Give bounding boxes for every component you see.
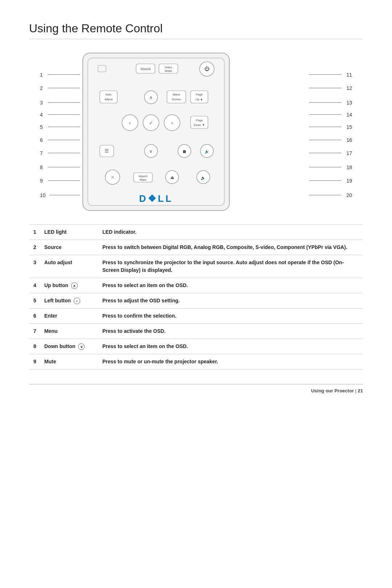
feature-description: Press to activate the OSD. bbox=[98, 324, 363, 339]
description-table: 1LED lightLED indicator.2SourcePress to … bbox=[29, 224, 363, 369]
svg-text:Video: Video bbox=[165, 66, 172, 69]
line-6 bbox=[48, 140, 80, 140]
svg-text:Up ▲: Up ▲ bbox=[196, 98, 203, 101]
svg-text:‹: ‹ bbox=[129, 120, 131, 126]
svg-text:D❖LL: D❖LL bbox=[139, 193, 173, 204]
row-number: 5 bbox=[29, 293, 40, 309]
svg-text:∧: ∧ bbox=[149, 95, 153, 100]
svg-text:Auto: Auto bbox=[106, 93, 112, 96]
feature-description: LED indicator. bbox=[98, 225, 363, 240]
feature-description: Press to adjust the OSD setting. bbox=[98, 293, 363, 309]
label-9: 9 bbox=[40, 178, 43, 184]
svg-text:🔉: 🔉 bbox=[201, 175, 206, 180]
label-5: 5 bbox=[40, 124, 43, 130]
line-2 bbox=[48, 88, 80, 88]
table-row: 6EnterPress to confirm the selection. bbox=[29, 309, 363, 324]
label-15: 15 bbox=[346, 124, 352, 130]
row-number: 9 bbox=[29, 354, 40, 369]
table-row: 9MutePress to mute or un-mute the projec… bbox=[29, 354, 363, 369]
feature-name: LED light bbox=[40, 225, 98, 240]
line-19 bbox=[309, 180, 341, 181]
table-row: 8Down button ∨Press to select an item on… bbox=[29, 339, 363, 354]
line-13 bbox=[309, 102, 341, 103]
remote-body: Source Video Mode ⏻ Auto Adjust ∧ bbox=[80, 50, 232, 213]
svg-text:🔊: 🔊 bbox=[205, 149, 209, 154]
table-row: 5Left button ‹Press to adjust the OSD se… bbox=[29, 293, 363, 309]
label-8: 8 bbox=[40, 164, 43, 170]
page-footer: Using our Proector | 21 bbox=[29, 384, 363, 393]
button-icon: ∨ bbox=[78, 343, 85, 350]
table-row: 3Auto adjustPress to synchronize the pro… bbox=[29, 255, 363, 278]
svg-text:∨: ∨ bbox=[149, 148, 153, 154]
table-row: 4Up button ∧Press to select an item on t… bbox=[29, 278, 363, 293]
table-row: 7MenuPress to activate the OSD. bbox=[29, 324, 363, 339]
line-1 bbox=[48, 74, 80, 75]
feature-description: Press to confirm the selection. bbox=[98, 309, 363, 324]
line-3 bbox=[48, 102, 80, 103]
svg-text:☰: ☰ bbox=[105, 148, 109, 154]
label-7: 7 bbox=[40, 150, 43, 156]
feature-name: Source bbox=[40, 240, 98, 255]
label-19: 19 bbox=[346, 178, 352, 184]
feature-name: Menu bbox=[40, 324, 98, 339]
line-16 bbox=[309, 140, 341, 140]
row-number: 4 bbox=[29, 278, 40, 293]
feature-name: Down button ∨ bbox=[40, 339, 98, 354]
label-10: 10 bbox=[40, 192, 46, 198]
svg-text:✕: ✕ bbox=[111, 175, 115, 180]
label-12: 12 bbox=[346, 85, 352, 91]
button-icon: ∧ bbox=[71, 282, 78, 289]
label-18: 18 bbox=[346, 164, 352, 170]
svg-text:Aspect: Aspect bbox=[139, 175, 148, 178]
svg-text:⏻: ⏻ bbox=[204, 66, 209, 72]
table-row: 2SourcePress to switch between Digital R… bbox=[29, 240, 363, 255]
line-9 bbox=[48, 180, 80, 181]
label-2: 2 bbox=[40, 85, 43, 91]
footer-label: Using our Proector | 21 bbox=[311, 388, 363, 393]
svg-text:⏏: ⏏ bbox=[170, 175, 174, 180]
remote-diagram: 1 2 3 4 5 6 7 8 9 10 bbox=[40, 50, 352, 213]
line-18 bbox=[309, 167, 341, 167]
row-number: 2 bbox=[29, 240, 40, 255]
svg-text:Mode: Mode bbox=[165, 69, 172, 73]
row-number: 8 bbox=[29, 339, 40, 354]
svg-text:✓: ✓ bbox=[149, 120, 153, 126]
feature-name: Up button ∧ bbox=[40, 278, 98, 293]
label-3: 3 bbox=[40, 100, 43, 106]
diagram-area: 1 2 3 4 5 6 7 8 9 10 bbox=[29, 50, 363, 213]
label-6: 6 bbox=[40, 137, 43, 143]
row-number: 3 bbox=[29, 255, 40, 278]
line-17 bbox=[309, 153, 341, 153]
feature-description: Press to switch between Digital RGB, Ana… bbox=[98, 240, 363, 255]
line-4 bbox=[48, 114, 80, 115]
line-10 bbox=[49, 195, 80, 195]
svg-text:›: › bbox=[171, 120, 173, 126]
label-16: 16 bbox=[346, 137, 352, 143]
row-number: 1 bbox=[29, 225, 40, 240]
line-11 bbox=[309, 74, 341, 75]
svg-text:◼: ◼ bbox=[183, 149, 186, 154]
feature-name: Mute bbox=[40, 354, 98, 369]
line-12 bbox=[309, 88, 341, 88]
feature-description: Press to mute or un-mute the projector s… bbox=[98, 354, 363, 369]
feature-name: Enter bbox=[40, 309, 98, 324]
svg-text:Ratio: Ratio bbox=[140, 178, 147, 181]
svg-text:Page: Page bbox=[196, 93, 203, 96]
svg-text:Screen: Screen bbox=[172, 98, 181, 101]
svg-text:Adjust: Adjust bbox=[105, 98, 113, 101]
svg-text:Blank: Blank bbox=[173, 93, 180, 96]
svg-text:Page: Page bbox=[196, 119, 203, 122]
feature-description: Press to synchronize the projector to th… bbox=[98, 255, 363, 278]
feature-description: Press to select an item on the OSD. bbox=[98, 278, 363, 293]
table-row: 1LED lightLED indicator. bbox=[29, 225, 363, 240]
row-number: 6 bbox=[29, 309, 40, 324]
label-20: 20 bbox=[346, 192, 352, 198]
svg-text:Down ▼: Down ▼ bbox=[194, 123, 205, 127]
label-1: 1 bbox=[40, 72, 43, 78]
page-title: Using the Remote Control bbox=[29, 22, 363, 39]
feature-description: Press to select an item on the OSD. bbox=[98, 339, 363, 354]
line-5 bbox=[48, 127, 80, 127]
feature-name: Left button ‹ bbox=[40, 293, 98, 309]
line-7 bbox=[48, 153, 80, 153]
label-17: 17 bbox=[346, 150, 352, 156]
